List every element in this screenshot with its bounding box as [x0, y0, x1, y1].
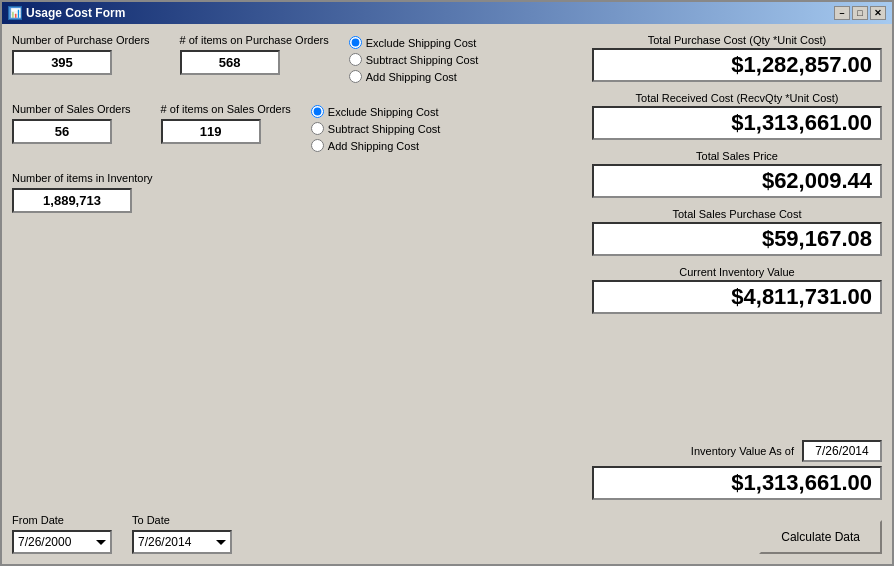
inventory-items-input[interactable] — [12, 188, 132, 213]
sales-subtract-label: Subtract Shipping Cost — [328, 123, 441, 135]
sales-subtract-shipping[interactable]: Subtract Shipping Cost — [311, 122, 441, 135]
total-sales-purchase-cost-section: Total Sales Purchase Cost $59,167.08 — [592, 208, 882, 256]
from-date-block: From Date 7/26/2000 — [12, 514, 112, 554]
current-inventory-value-label: Current Inventory Value — [592, 266, 882, 278]
purchase-fields-row: Number of Purchase Orders # of items on … — [12, 34, 329, 75]
maximize-button[interactable]: □ — [852, 6, 868, 20]
purchase-exclude-label: Exclude Shipping Cost — [366, 37, 477, 49]
sales-orders-block: Number of Sales Orders — [12, 103, 131, 144]
purchase-add-radio[interactable] — [349, 70, 362, 83]
total-received-cost-section: Total Received Cost (RecvQty *Unit Cost)… — [592, 92, 882, 140]
sales-orders-section: Number of Sales Orders # of items on Sal… — [12, 103, 582, 158]
inventory-date-row: Inventory Value As of — [592, 440, 882, 462]
items-on-purchase-orders-label: # of items on Purchase Orders — [180, 34, 329, 46]
total-sales-price-label: Total Sales Price — [592, 150, 882, 162]
title-bar-left: 📊 Usage Cost Form — [8, 6, 125, 20]
purchase-subtract-radio[interactable] — [349, 53, 362, 66]
sales-shipping-radio-group: Exclude Shipping Cost Subtract Shipping … — [311, 103, 441, 152]
from-date-wrapper: 7/26/2000 — [12, 530, 112, 554]
items-on-sales-orders-block: # of items on Sales Orders — [161, 103, 291, 144]
purchase-add-shipping[interactable]: Add Shipping Cost — [349, 70, 479, 83]
inventory-value-as-of-value: $1,313,661.00 — [592, 466, 882, 500]
window-content: Number of Purchase Orders # of items on … — [2, 24, 892, 510]
title-bar: 📊 Usage Cost Form – □ ✕ — [2, 2, 892, 24]
purchase-subtract-label: Subtract Shipping Cost — [366, 54, 479, 66]
sales-add-shipping[interactable]: Add Shipping Cost — [311, 139, 441, 152]
sales-add-label: Add Shipping Cost — [328, 140, 419, 152]
items-on-sales-orders-label: # of items on Sales Orders — [161, 103, 291, 115]
items-on-purchase-orders-input[interactable] — [180, 50, 280, 75]
sales-subtract-radio[interactable] — [311, 122, 324, 135]
purchase-subtract-shipping[interactable]: Subtract Shipping Cost — [349, 53, 479, 66]
total-purchase-cost-section: Total Purchase Cost (Qty *Unit Cost) $1,… — [592, 34, 882, 82]
total-purchase-cost-value: $1,282,857.00 — [592, 48, 882, 82]
purchase-add-label: Add Shipping Cost — [366, 71, 457, 83]
right-panel: Total Purchase Cost (Qty *Unit Cost) $1,… — [592, 34, 882, 500]
sales-exclude-label: Exclude Shipping Cost — [328, 106, 439, 118]
items-on-sales-orders-input[interactable] — [161, 119, 261, 144]
purchase-shipping-radio-group: Exclude Shipping Cost Subtract Shipping … — [349, 34, 479, 83]
sales-exclude-shipping[interactable]: Exclude Shipping Cost — [311, 105, 441, 118]
to-date-select[interactable]: 7/26/2014 — [132, 530, 232, 554]
current-inventory-value-value: $4,811,731.00 — [592, 280, 882, 314]
from-date-label: From Date — [12, 514, 112, 526]
date-fields: From Date 7/26/2000 To Date 7/26/2014 — [12, 514, 232, 554]
close-button[interactable]: ✕ — [870, 6, 886, 20]
window-icon: 📊 — [8, 6, 22, 20]
inventory-date-label: Inventory Value As of — [691, 445, 794, 457]
total-received-cost-label: Total Received Cost (RecvQty *Unit Cost) — [592, 92, 882, 104]
sales-fields-row: Number of Sales Orders # of items on Sal… — [12, 103, 291, 144]
purchase-orders-section: Number of Purchase Orders # of items on … — [12, 34, 582, 89]
purchase-orders-label: Number of Purchase Orders — [12, 34, 150, 46]
purchase-exclude-radio[interactable] — [349, 36, 362, 49]
window: 📊 Usage Cost Form – □ ✕ Number of Purcha… — [0, 0, 894, 566]
sales-exclude-radio[interactable] — [311, 105, 324, 118]
total-sales-price-value: $62,009.44 — [592, 164, 882, 198]
inventory-value-as-of-section: Inventory Value As of $1,313,661.00 — [592, 434, 882, 500]
to-date-wrapper: 7/26/2014 — [132, 530, 232, 554]
to-date-block: To Date 7/26/2014 — [132, 514, 232, 554]
inventory-date-input[interactable] — [802, 440, 882, 462]
purchase-orders-input[interactable] — [12, 50, 112, 75]
to-date-label: To Date — [132, 514, 232, 526]
calculate-button[interactable]: Calculate Data — [759, 520, 882, 554]
minimize-button[interactable]: – — [834, 6, 850, 20]
sales-add-radio[interactable] — [311, 139, 324, 152]
left-panel: Number of Purchase Orders # of items on … — [12, 34, 582, 500]
from-date-select[interactable]: 7/26/2000 — [12, 530, 112, 554]
purchase-exclude-shipping[interactable]: Exclude Shipping Cost — [349, 36, 479, 49]
sales-orders-input[interactable] — [12, 119, 112, 144]
inventory-items-block: Number of items in Inventory — [12, 172, 582, 213]
total-sales-purchase-cost-label: Total Sales Purchase Cost — [592, 208, 882, 220]
inventory-items-label: Number of items in Inventory — [12, 172, 582, 184]
sales-orders-label: Number of Sales Orders — [12, 103, 131, 115]
purchase-orders-block: Number of Purchase Orders — [12, 34, 150, 75]
total-received-cost-value: $1,313,661.00 — [592, 106, 882, 140]
current-inventory-value-section: Current Inventory Value $4,811,731.00 — [592, 266, 882, 314]
total-sales-purchase-cost-value: $59,167.08 — [592, 222, 882, 256]
items-on-purchase-orders-block: # of items on Purchase Orders — [180, 34, 329, 75]
bottom-bar: From Date 7/26/2000 To Date 7/26/2014 Ca… — [2, 510, 892, 564]
window-title: Usage Cost Form — [26, 6, 125, 20]
total-sales-price-section: Total Sales Price $62,009.44 — [592, 150, 882, 198]
total-purchase-cost-label: Total Purchase Cost (Qty *Unit Cost) — [592, 34, 882, 46]
title-buttons: – □ ✕ — [834, 6, 886, 20]
